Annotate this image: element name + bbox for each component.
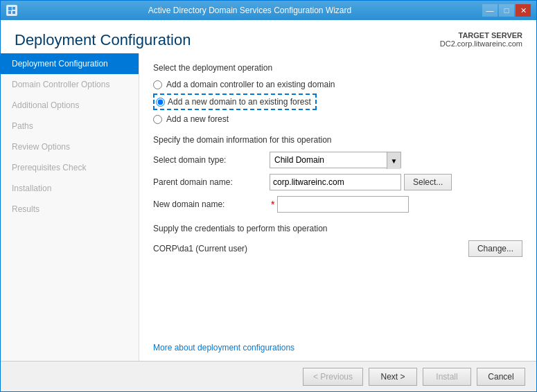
new-domain-input[interactable]	[277, 196, 409, 213]
radio-selected-box: Add a new domain to an existing forest	[153, 93, 317, 110]
domain-info-title: Specify the domain information for this …	[153, 135, 522, 145]
cancel-button[interactable]: Cancel	[477, 368, 525, 386]
window-icon	[6, 5, 17, 16]
svg-rect-1	[12, 7, 15, 10]
previous-button[interactable]: < Previous	[303, 368, 363, 386]
deployment-section-title: Select the deployment operation	[153, 63, 522, 73]
sidebar-item-additional-options: Additional Options	[1, 95, 139, 116]
credentials-section: Supply the credentials to perform this o…	[153, 224, 522, 257]
full-layout: Deployment Configuration TARGET SERVER D…	[1, 20, 536, 361]
domain-type-control: Child Domain ▼	[270, 152, 522, 168]
svg-rect-2	[8, 11, 11, 14]
radio-new-domain-forest[interactable]: Add a new domain to an existing forest	[153, 93, 522, 110]
radio-new-domain-forest-input[interactable]	[156, 98, 165, 107]
svg-rect-0	[8, 7, 12, 10]
target-server-name: DC2.corp.litwareinc.com	[440, 39, 522, 48]
maximize-button[interactable]: □	[499, 4, 514, 17]
more-info-link[interactable]: More about deployment configurations	[153, 337, 522, 361]
sidebar-item-installation: Installation	[1, 178, 139, 199]
radio-existing-domain-input[interactable]	[153, 80, 162, 89]
parent-domain-input[interactable]	[270, 174, 401, 190]
form-row-parent-domain: Parent domain name: Select...	[153, 174, 522, 190]
parent-domain-control: Select...	[270, 174, 522, 190]
form-row-domain-type: Select domain type: Child Domain ▼	[153, 152, 522, 168]
credentials-title: Supply the credentials to perform this o…	[153, 224, 522, 233]
sidebar-item-domain-controller-options: Domain Controller Options	[1, 74, 139, 95]
target-server-label: TARGET SERVER	[440, 31, 522, 39]
window-title: Active Directory Domain Services Configu…	[17, 6, 482, 15]
footer: < Previous Next > Install Cancel	[1, 361, 536, 391]
install-button[interactable]: Install	[423, 368, 471, 386]
svg-rect-3	[12, 11, 15, 14]
radio-group-deployment: Add a domain controller to an existing d…	[153, 80, 522, 124]
domain-type-value: Child Domain	[270, 152, 387, 168]
new-domain-control: *	[270, 196, 522, 213]
close-button[interactable]: ✕	[516, 4, 531, 17]
domain-type-dropdown[interactable]: Child Domain ▼	[270, 152, 401, 168]
main-window: Active Directory Domain Services Configu…	[0, 0, 537, 392]
change-credentials-button[interactable]: Change...	[468, 240, 522, 257]
sidebar: Deployment Configuration Domain Controll…	[1, 53, 139, 361]
content-area: Select the deployment operation Add a do…	[139, 53, 536, 361]
new-domain-label: New domain name:	[153, 199, 264, 209]
page-title: Deployment Configuration	[15, 31, 191, 49]
credentials-user: CORP\da1 (Current user)	[153, 244, 247, 253]
sidebar-item-deployment-configuration[interactable]: Deployment Configuration	[1, 53, 139, 74]
page-header: Deployment Configuration TARGET SERVER D…	[1, 20, 536, 53]
window-controls: — □ ✕	[482, 4, 531, 17]
credentials-row: CORP\da1 (Current user) Change...	[153, 240, 522, 257]
domain-type-label: Select domain type:	[153, 155, 264, 165]
required-star: *	[271, 199, 274, 210]
sidebar-item-results: Results	[1, 199, 139, 220]
dropdown-arrow-icon: ▼	[387, 152, 400, 169]
next-button[interactable]: Next >	[369, 368, 417, 386]
radio-new-forest-input[interactable]	[153, 115, 162, 124]
content-inner: Select the deployment operation Add a do…	[153, 53, 522, 337]
form-row-new-domain: New domain name: *	[153, 196, 522, 213]
radio-new-forest[interactable]: Add a new forest	[153, 114, 522, 124]
parent-domain-label: Parent domain name:	[153, 177, 264, 187]
parent-domain-select-button[interactable]: Select...	[404, 174, 452, 190]
minimize-button[interactable]: —	[482, 4, 498, 17]
target-server-info: TARGET SERVER DC2.corp.litwareinc.com	[440, 31, 522, 48]
sidebar-item-prerequisites-check: Prerequisites Check	[1, 157, 139, 178]
radio-existing-domain[interactable]: Add a domain controller to an existing d…	[153, 80, 522, 89]
domain-info-section: Specify the domain information for this …	[153, 135, 522, 213]
title-bar: Active Directory Domain Services Configu…	[1, 1, 536, 20]
sidebar-item-review-options: Review Options	[1, 136, 139, 157]
sidebar-item-paths: Paths	[1, 116, 139, 136]
body-area: Deployment Configuration Domain Controll…	[1, 53, 536, 361]
